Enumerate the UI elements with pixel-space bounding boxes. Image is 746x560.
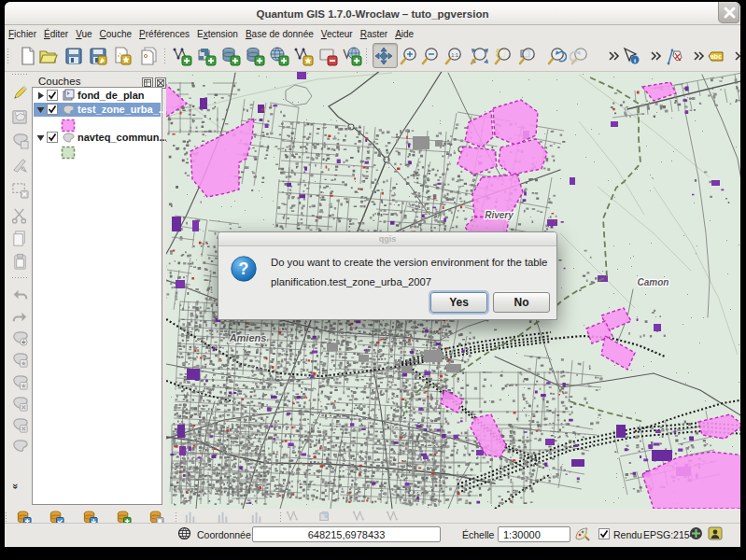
- svg-text:abc: abc: [711, 53, 722, 60]
- svg-text:1:1: 1:1: [451, 52, 458, 58]
- svg-text:Amiens: Amiens: [229, 332, 267, 343]
- svg-text:i: i: [634, 57, 636, 64]
- svg-text:?: ?: [239, 259, 249, 278]
- svg-text:Rivery: Rivery: [485, 210, 514, 220]
- svg-text:Camon: Camon: [638, 277, 669, 287]
